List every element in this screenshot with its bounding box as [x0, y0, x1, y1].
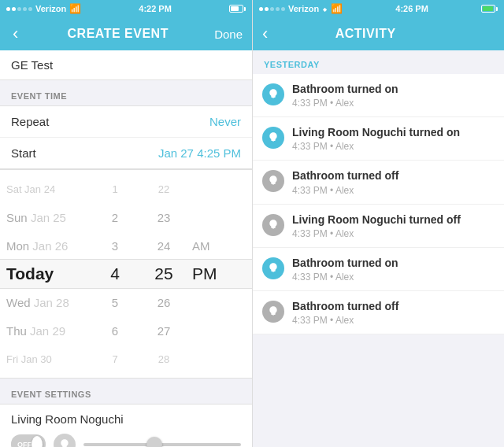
brightness-slider[interactable] [83, 443, 241, 446]
wifi-icon-right: 📶 [331, 3, 343, 14]
signal-dot-r2 [265, 7, 269, 11]
repeat-row[interactable]: Repeat Never [0, 106, 252, 138]
bulb-icon-5 [267, 305, 280, 318]
left-content: GE Test EVENT TIME Repeat Never Start Ja… [0, 50, 252, 447]
activity-meta-1: 4:33 PM • Alex [292, 141, 495, 152]
toggle-off-label: OFF [17, 441, 32, 447]
battery-fill-left [231, 6, 239, 11]
page-title-left: CREATE EVENT [68, 27, 169, 41]
slider-thumb [146, 437, 162, 447]
toggle-row: OFF [11, 434, 241, 447]
bulb-icon-1 [267, 131, 280, 144]
date-picker[interactable]: Sat Jan 24 1 22 Sun Jan 25 2 23 Mon Jan … [0, 169, 252, 379]
bulb-icon-2 [267, 175, 280, 187]
ge-test-row: GE Test [0, 50, 252, 80]
activity-item-5[interactable]: Bathroom turned off 4:33 PM • Alex [253, 291, 504, 334]
activity-title-4: Bathroom turned on [292, 256, 495, 270]
signal-dot-5 [28, 7, 32, 11]
bulb-off-5 [262, 301, 284, 323]
toggle-off-button[interactable]: OFF [11, 434, 46, 447]
activity-meta-3: 4:33 PM • Alex [292, 228, 495, 239]
carrier-left: Verizon [35, 4, 66, 13]
picker-date-5: Thu Jan 29 [6, 324, 77, 338]
picker-ampm-2: AM [192, 239, 220, 253]
picker-row-0: Sat Jan 24 1 22 [0, 175, 252, 203]
ge-test-label: GE Test [11, 58, 53, 72]
picker-row-1: Sun Jan 25 2 23 [0, 203, 252, 231]
signal-dot-3 [17, 7, 21, 11]
bulb-wrap-2 [262, 170, 284, 192]
signal-dots-left [6, 7, 32, 11]
bulb-wrap-0 [262, 83, 284, 105]
bulb-icon-3 [267, 219, 280, 231]
picker-date-2: Mon Jan 26 [6, 239, 77, 253]
picker-hour-3: 4 [101, 264, 129, 283]
event-settings-section-header: EVENT SETTINGS [0, 379, 252, 404]
signal-dot-r4 [276, 7, 280, 11]
start-row[interactable]: Start Jan 27 4:25 PM [0, 138, 252, 168]
activity-meta-4: 4:33 PM • Alex [292, 272, 495, 283]
activity-info-2: Bathroom turned off 4:33 PM • Alex [292, 168, 495, 195]
bulb-icon-4 [267, 262, 280, 275]
picker-min-6: 28 [148, 353, 180, 365]
picker-row-4: Wed Jan 28 5 26 [0, 288, 252, 316]
signal-dot-4 [23, 7, 27, 11]
picker-hour-6: 7 [101, 353, 129, 365]
activity-title-1: Living Room Noguchi turned on [292, 125, 495, 139]
picker-hour-0: 1 [101, 183, 129, 195]
activity-meta-0: 4:33 PM • Alex [292, 98, 495, 109]
activity-title-3: Living Room Noguchi turned off [292, 212, 495, 227]
yesterday-header: YESTERDAY [253, 50, 504, 74]
activity-info-0: Bathroom turned on 4:33 PM • Alex [292, 82, 495, 109]
activity-item-1[interactable]: Living Room Noguchi turned on 4:33 PM • … [253, 117, 504, 161]
activity-info-1: Living Room Noguchi turned on 4:33 PM • … [292, 125, 495, 152]
bulb-off-2 [262, 170, 284, 192]
carrier-right: Verizon [288, 4, 319, 13]
bulb-svg-settings [58, 438, 71, 447]
back-button-left[interactable]: ‹ [9, 24, 21, 44]
picker-min-3: 25 [148, 264, 180, 283]
battery-right [481, 5, 498, 13]
picker-hour-2: 3 [101, 239, 129, 253]
header-right: ‹ ACTIVITY [253, 17, 504, 50]
picker-row-5: Thu Jan 29 6 27 [0, 316, 252, 345]
bulb-on-0 [262, 83, 284, 105]
picker-min-2: 24 [148, 239, 180, 253]
status-bar-left: Verizon 📶 4:22 PM [0, 0, 252, 17]
activity-item-4[interactable]: Bathroom turned on 4:33 PM • Alex [253, 248, 504, 291]
signal-dot-r1 [259, 7, 263, 11]
bulb-wrap-4 [262, 257, 284, 279]
picker-date-6: Fri Jan 30 [6, 353, 77, 365]
time-right: 4:26 PM [395, 4, 428, 13]
back-button-right[interactable]: ‹ [262, 24, 268, 44]
bulb-icon-settings [54, 434, 76, 447]
bulb-on-1 [262, 127, 284, 149]
activity-item-3[interactable]: Living Room Noguchi turned off 4:33 PM •… [253, 205, 504, 248]
activity-title-0: Bathroom turned on [292, 82, 495, 96]
battery-left [229, 5, 246, 13]
picker-row-3: Today 4 25 PM [0, 260, 252, 288]
activity-item-2[interactable]: Bathroom turned off 4:33 PM • Alex [253, 161, 504, 204]
activity-item-0[interactable]: Bathroom turned on 4:33 PM • Alex [253, 74, 504, 117]
start-value: Jan 27 4:25 PM [158, 146, 241, 160]
event-time-section-header: EVENT TIME [0, 80, 252, 105]
picker-min-4: 26 [148, 296, 180, 309]
done-button[interactable]: Done [214, 28, 243, 41]
event-settings-name: Living Room Noguchi [11, 412, 241, 426]
bulb-wrap-5 [262, 301, 284, 323]
activity-content: YESTERDAY Bathroom turned on 4:33 PM • A… [253, 50, 504, 447]
activity-meta-5: 4:33 PM • Alex [292, 315, 495, 326]
signal-dot-r5 [281, 7, 285, 11]
right-panel: Verizon ⬥ 📶 4:26 PM ‹ ACTIVITY YESTERDAY [252, 0, 504, 447]
left-panel: Verizon 📶 4:22 PM ‹ CREATE EVENT Done GE… [0, 0, 252, 447]
battery-tip-right [496, 7, 498, 11]
picker-row-2: Mon Jan 26 3 24 AM [0, 231, 252, 260]
signal-dot-1 [6, 7, 10, 11]
activity-info-3: Living Room Noguchi turned off 4:33 PM •… [292, 212, 495, 239]
activity-info-5: Bathroom turned off 4:33 PM • Alex [292, 299, 495, 326]
signal-dots-right [259, 7, 285, 11]
picker-min-5: 27 [148, 324, 180, 338]
time-left: 4:22 PM [139, 4, 172, 13]
repeat-label: Repeat [11, 115, 49, 128]
wifi-icon-left: 📶 [69, 3, 81, 14]
